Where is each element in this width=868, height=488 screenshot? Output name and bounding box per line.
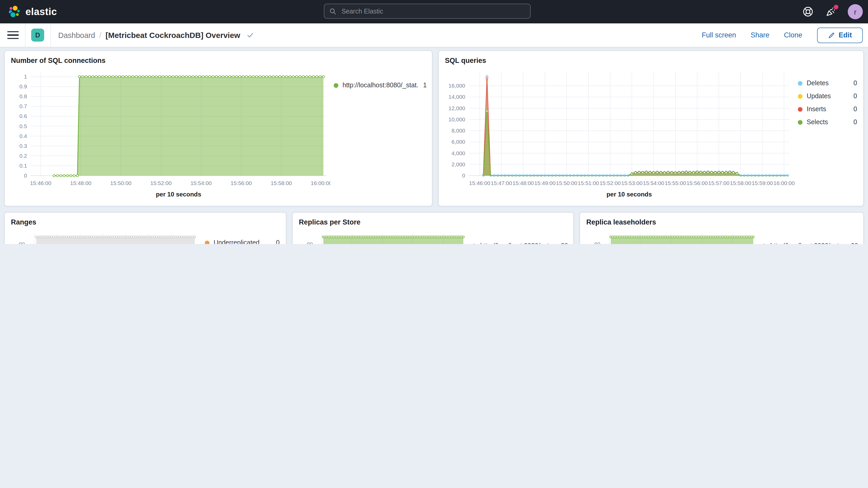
legend-value: 1 [418,82,427,89]
full-screen-button[interactable]: Full screen [702,31,736,39]
svg-text:15:57:00: 15:57:00 [708,180,730,186]
legend-item[interactable]: Underreplicated0 [205,240,280,244]
svg-text:80: 80 [19,241,25,244]
global-search[interactable] [324,4,531,19]
chart-legend: http://localhost:8080/_stat...1 [331,65,427,89]
svg-text:per 10 seconds: per 10 seconds [156,191,202,198]
svg-text:15:48:00: 15:48:00 [513,180,534,186]
svg-text:15:46:00: 15:46:00 [30,180,52,186]
svg-text:per 10 seconds: per 10 seconds [607,191,652,198]
svg-text:15:51:00: 15:51:00 [578,180,599,186]
legend-swatch-icon [798,81,803,86]
panel-title: Ranges [11,218,280,227]
legend-label: http://localhost:8080/_stat... [343,82,418,89]
panel-title: Replica leaseholders [586,218,857,227]
svg-text:0: 0 [24,173,27,179]
legend-value: 0 [848,80,857,87]
chart-sql-queries[interactable]: 15:46:0015:47:0015:48:0015:49:0015:50:00… [445,65,795,204]
legend-label: Updates [807,93,831,100]
help-button[interactable] [802,6,813,18]
news-button[interactable] [825,6,836,18]
chart-canvas[interactable]: 15:46:0015:49:0015:52:0015:55:0015:58:00… [586,227,758,244]
panel-sql-queries: SQL queries 15:46:0015:47:0015:48:0015:4… [438,51,864,206]
chart-legend: http://localhost:8080/_sta...89 [468,227,568,244]
svg-text:0.4: 0.4 [20,133,27,139]
legend-item[interactable]: http://localhost:8080/_sta...89 [471,243,568,244]
chart-replicas-per-store[interactable]: 15:46:0015:49:0015:52:0015:55:0015:58:00… [299,227,468,244]
chart-canvas[interactable]: 15:46:0015:48:0015:50:0015:52:0015:54:00… [11,227,202,244]
svg-text:15:46:00: 15:46:00 [469,180,490,186]
hamburger-menu-button[interactable] [7,29,19,41]
chart-canvas[interactable]: 15:46:0015:47:0015:48:0015:49:0015:50:00… [445,65,795,202]
legend-label: Inserts [807,106,826,113]
toolbar-divider-2 [51,23,51,47]
svg-text:80: 80 [307,241,313,244]
elastic-logo[interactable]: elastic [0,5,57,19]
svg-text:15:49:00: 15:49:00 [534,180,556,186]
user-avatar[interactable]: r [848,4,863,19]
legend-item[interactable]: Inserts0 [798,106,857,113]
svg-text:80: 80 [594,241,600,244]
svg-text:16:00:00: 16:00:00 [773,180,795,186]
app-window: elastic [0,0,868,244]
svg-text:0.9: 0.9 [20,84,27,89]
legend-value: 0 [271,240,280,244]
svg-text:15:59:00: 15:59:00 [752,180,773,186]
chart-canvas[interactable]: 15:46:0015:49:0015:52:0015:55:0015:58:00… [299,227,468,244]
chart-legend: Deletes0Updates0Inserts0Selects0 [795,65,857,126]
legend-item[interactable]: Selects0 [798,119,857,126]
svg-text:15:55:00: 15:55:00 [665,180,686,186]
legend-value: 89 [846,243,858,244]
elastic-logo-icon [7,5,21,19]
svg-text:15:47:00: 15:47:00 [491,180,512,186]
legend-item[interactable]: Deletes0 [798,80,857,87]
svg-text:15:54:00: 15:54:00 [190,180,212,186]
brand-name: elastic [26,6,57,18]
toolbar-divider [25,23,26,47]
legend-item[interactable]: http://localhost:8080/_stat...1 [334,82,427,89]
title-check-button[interactable] [246,31,254,39]
legend-label: http://localhost:8080/_sta... [770,243,846,244]
breadcrumb: Dashboard / [Metricbeat CockroachDB] Ove… [58,31,254,39]
edit-button[interactable]: Edit [817,27,863,43]
search-input[interactable] [340,7,525,15]
chart-legend: Underreplicated0Overreplicated0Unavailab… [202,227,280,244]
legend-label: http://localhost:8080/_sta... [480,243,556,244]
svg-text:15:50:00: 15:50:00 [110,180,131,186]
svg-text:0: 0 [462,173,465,179]
legend-label: Deletes [807,80,829,87]
life-ring-icon [802,6,813,17]
legend-item[interactable]: Updates0 [798,93,857,100]
notification-dot [834,4,838,9]
legend-item[interactable]: http://localhost:8080/_sta...89 [762,243,858,244]
svg-text:0.2: 0.2 [20,153,27,159]
chart-sql-connections[interactable]: 15:46:0015:48:0015:50:0015:52:0015:54:00… [11,65,331,204]
svg-text:6,000: 6,000 [452,139,465,145]
svg-text:15:53:00: 15:53:00 [621,180,643,186]
svg-text:15:56:00: 15:56:00 [687,180,708,186]
svg-text:15:58:00: 15:58:00 [271,180,292,186]
clone-button[interactable]: Clone [784,31,802,39]
panel-replicas-per-store: Replicas per Store 15:46:0015:49:0015:52… [292,212,574,244]
breadcrumb-dashboard-link[interactable]: Dashboard [58,31,95,39]
legend-swatch-icon [798,107,803,112]
chart-ranges[interactable]: 15:46:0015:48:0015:50:0015:52:0015:54:00… [11,227,202,244]
legend-swatch-icon [762,244,766,244]
svg-text:2,000: 2,000 [452,161,465,167]
svg-text:0.5: 0.5 [20,123,27,129]
search-icon [330,7,336,15]
legend-value: 0 [848,119,857,126]
chart-canvas[interactable]: 15:46:0015:48:0015:50:0015:52:0015:54:00… [11,65,331,202]
panel-title: Replicas per Store [299,218,567,227]
chart-legend: http://localhost:8080/_sta...89 [758,227,858,244]
svg-text:16,000: 16,000 [448,83,465,89]
space-badge[interactable]: D [31,29,44,41]
panel-replica-leaseholders: Replica leaseholders 15:46:0015:49:0015:… [580,212,864,244]
svg-text:0.3: 0.3 [20,143,27,149]
svg-text:15:54:00: 15:54:00 [643,180,664,186]
svg-text:15:48:00: 15:48:00 [70,180,91,186]
legend-label: Underreplicated [214,240,259,244]
svg-text:10,000: 10,000 [448,116,465,122]
chart-replica-leaseholders[interactable]: 15:46:0015:49:0015:52:0015:55:0015:58:00… [586,227,758,244]
share-button[interactable]: Share [750,31,769,39]
